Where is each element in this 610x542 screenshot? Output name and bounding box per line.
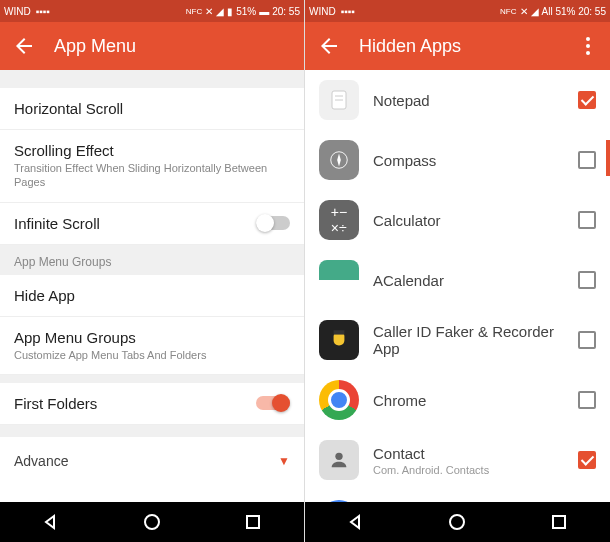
hide-app-label: Hide App [14, 287, 290, 304]
app-menu-groups-row[interactable]: App Menu Groups Customize App Menu Tabs … [0, 317, 304, 375]
infinite-scroll-toggle[interactable] [256, 216, 290, 230]
infinite-scroll-row[interactable]: Infinite Scroll [0, 203, 304, 245]
carrier-label: WIND [4, 6, 31, 17]
horizontal-scroll-label: Horizontal Scroll [14, 100, 290, 117]
calculator-icon: +−×÷ [319, 200, 359, 240]
app-row[interactable]: Notepad [305, 70, 610, 130]
scrolling-effect-row[interactable]: Scrolling Effect Transition Effect When … [0, 130, 304, 203]
scrolling-effect-label: Scrolling Effect [14, 142, 290, 159]
app-name-label: Chrome [373, 392, 578, 409]
app-info: ContactCom. Android. Contacts [373, 445, 578, 476]
app-name-label: Contact [373, 445, 578, 462]
faker-icon [319, 320, 359, 360]
chevron-down-icon: ▼ [278, 454, 290, 468]
status-bar-left: WIND ▪▪▪▪ NFC ✕ ◢ ▮ 51% ▬ 20: 55 [0, 0, 304, 22]
app-checkbox[interactable] [578, 91, 596, 109]
app-row[interactable]: Chrome [305, 370, 610, 430]
nav-recent-button-r[interactable] [547, 510, 571, 534]
status-app-icons: ▪▪▪▪ [36, 6, 50, 17]
app-row[interactable]: Compass [305, 130, 610, 190]
svg-rect-10 [553, 516, 565, 528]
app-name-label: Caller ID Faker & Recorder App [373, 323, 578, 357]
signal-text-r: All 51% 20: 55 [542, 6, 607, 17]
vibrate-icon: ✕ [205, 6, 213, 17]
app-menu-groups-label: App Menu Groups [14, 329, 290, 346]
app-row[interactable]: ContactCom. Google. Android. Contacts [305, 490, 610, 502]
app-row[interactable]: ACalendar [305, 250, 610, 310]
first-folders-label: First Folders [14, 395, 256, 412]
clock: 20: 55 [272, 6, 300, 17]
page-title-right: Hidden Apps [359, 36, 461, 57]
svg-point-9 [450, 515, 464, 529]
scroll-indicator [606, 140, 610, 176]
app-row[interactable]: Caller ID Faker & Recorder App [305, 310, 610, 370]
wifi-icon-r: ◢ [531, 6, 539, 17]
advance-label: Advance [14, 453, 278, 469]
infinite-scroll-label: Infinite Scroll [14, 215, 256, 232]
advance-dropdown[interactable]: Advance ▼ [0, 437, 304, 485]
calendar-icon [319, 260, 359, 300]
right-pane: WIND ▪▪▪▪ NFC ✕ ◢ All 51% 20: 55 Hidden … [305, 0, 610, 542]
overflow-menu-button[interactable] [578, 34, 598, 58]
app-info: Compass [373, 152, 578, 169]
nav-bar-right [305, 502, 610, 542]
nav-home-button[interactable] [140, 510, 164, 534]
wifi-icon: ◢ [216, 6, 224, 17]
nav-home-button-r[interactable] [445, 510, 469, 534]
app-checkbox[interactable] [578, 211, 596, 229]
app-menu-groups-sub: Customize App Menu Tabs And Folders [14, 348, 290, 362]
app-checkbox[interactable] [578, 271, 596, 289]
svg-rect-6 [334, 330, 345, 334]
hide-app-row[interactable]: Hide App [0, 275, 304, 317]
app-checkbox[interactable] [578, 391, 596, 409]
nfc-icon-r: NFC [500, 7, 516, 16]
back-icon[interactable] [12, 34, 36, 58]
status-bar-right: WIND ▪▪▪▪ NFC ✕ ◢ All 51% 20: 55 [305, 0, 610, 22]
app-row[interactable]: +−×÷Calculator [305, 190, 610, 250]
left-pane: WIND ▪▪▪▪ NFC ✕ ◢ ▮ 51% ▬ 20: 55 App Men… [0, 0, 305, 542]
battery-pct: 51% [236, 6, 256, 17]
app-info: ACalendar [373, 272, 578, 289]
app-bar-right: Hidden Apps [305, 22, 610, 70]
page-title-left: App Menu [54, 36, 136, 57]
app-row[interactable]: ContactCom. Android. Contacts [305, 430, 610, 490]
apps-list[interactable]: NotepadCompass+−×÷CalculatorACalendarCal… [305, 70, 610, 502]
nfc-icon: NFC [186, 7, 202, 16]
app-checkbox[interactable] [578, 331, 596, 349]
nav-back-button[interactable] [39, 510, 63, 534]
svg-point-7 [335, 453, 342, 460]
app-name-label: Compass [373, 152, 578, 169]
app-info: Notepad [373, 92, 578, 109]
battery-icon: ▬ [259, 6, 269, 17]
first-folders-row[interactable]: First Folders [0, 383, 304, 425]
svg-rect-1 [247, 516, 259, 528]
app-info: Calculator [373, 212, 578, 229]
app-checkbox[interactable] [578, 151, 596, 169]
app-info: Caller ID Faker & Recorder App [373, 323, 578, 357]
groups-header: App Menu Groups [0, 245, 304, 275]
app-info: Chrome [373, 392, 578, 409]
app-bar-left: App Menu [0, 22, 304, 70]
signal-icon: ▮ [227, 6, 233, 17]
app-checkbox[interactable] [578, 451, 596, 469]
svg-point-0 [145, 515, 159, 529]
chrome-icon [319, 380, 359, 420]
first-folders-toggle[interactable] [256, 396, 290, 410]
nav-bar-left [0, 502, 304, 542]
app-sub-label: Com. Android. Contacts [373, 464, 578, 476]
vibrate-icon-r: ✕ [520, 6, 528, 17]
scrolling-effect-sub: Transition Effect When Sliding Horizonta… [14, 161, 290, 190]
notepad-icon [319, 80, 359, 120]
nav-recent-button[interactable] [241, 510, 265, 534]
carrier-label-r: WIND [309, 6, 336, 17]
app-name-label: ACalendar [373, 272, 578, 289]
status-app-icons-r: ▪▪▪▪ [341, 6, 355, 17]
app-name-label: Calculator [373, 212, 578, 229]
contact-icon [319, 440, 359, 480]
settings-list: Horizontal Scroll Scrolling Effect Trans… [0, 70, 304, 502]
compass-icon [319, 140, 359, 180]
nav-back-button-r[interactable] [344, 510, 368, 534]
app-name-label: Notepad [373, 92, 578, 109]
horizontal-scroll-row[interactable]: Horizontal Scroll [0, 88, 304, 130]
back-icon-r[interactable] [317, 34, 341, 58]
